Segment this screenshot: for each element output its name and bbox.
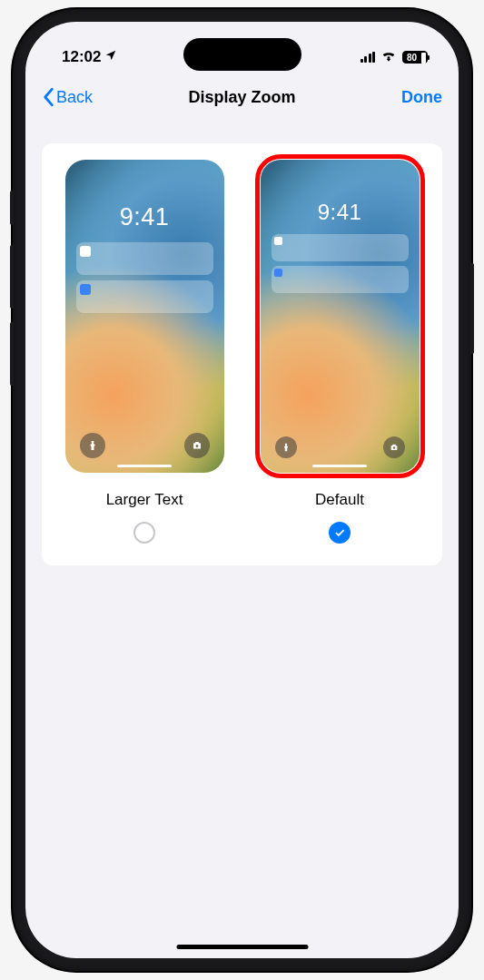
location-icon xyxy=(104,48,117,66)
done-button[interactable]: Done xyxy=(401,88,442,107)
option-label-default: Default xyxy=(315,491,364,509)
battery-icon: 80 xyxy=(402,51,430,64)
flashlight-icon xyxy=(80,433,105,458)
option-label-larger: Larger Text xyxy=(106,491,183,509)
volume-up-button xyxy=(10,245,14,309)
nav-bar: Back Display Zoom Done xyxy=(25,73,459,122)
preview-larger-text: 9:41 xyxy=(65,160,224,473)
preview-time: 9:41 xyxy=(261,200,420,225)
options-card: 9:41 xyxy=(42,143,442,565)
wifi-icon xyxy=(380,49,397,65)
power-button xyxy=(470,263,474,354)
preview-widget xyxy=(76,280,213,313)
chevron-left-icon xyxy=(42,87,54,107)
battery-percent: 80 xyxy=(407,53,417,63)
highlight-annotation: 9:41 xyxy=(255,154,425,478)
flashlight-icon xyxy=(275,436,297,458)
option-larger-text[interactable]: 9:41 xyxy=(60,154,230,544)
checkmark-icon xyxy=(333,526,346,539)
cellular-icon xyxy=(361,52,376,63)
preview-widget xyxy=(76,242,213,275)
preview-time: 9:41 xyxy=(65,203,224,231)
dynamic-island xyxy=(183,38,301,71)
radio-larger-text[interactable] xyxy=(133,522,155,544)
radio-default[interactable] xyxy=(329,522,351,544)
camera-icon xyxy=(383,436,405,458)
option-default[interactable]: 9:41 xyxy=(255,154,425,544)
preview-default: 9:41 xyxy=(261,160,420,473)
mute-switch xyxy=(10,191,14,225)
screen: 12:02 80 xyxy=(25,22,459,958)
home-indicator[interactable] xyxy=(176,945,308,949)
status-time: 12:02 xyxy=(62,48,101,66)
back-button[interactable]: Back xyxy=(42,87,93,107)
camera-icon xyxy=(184,433,210,458)
back-label: Back xyxy=(56,88,93,107)
preview-home-indicator xyxy=(117,465,172,467)
page-title: Display Zoom xyxy=(188,88,295,107)
preview-home-indicator xyxy=(312,465,367,467)
preview-widget xyxy=(272,234,409,261)
volume-down-button xyxy=(10,322,14,386)
preview-widget xyxy=(272,266,409,293)
phone-frame: 12:02 80 xyxy=(13,9,471,971)
